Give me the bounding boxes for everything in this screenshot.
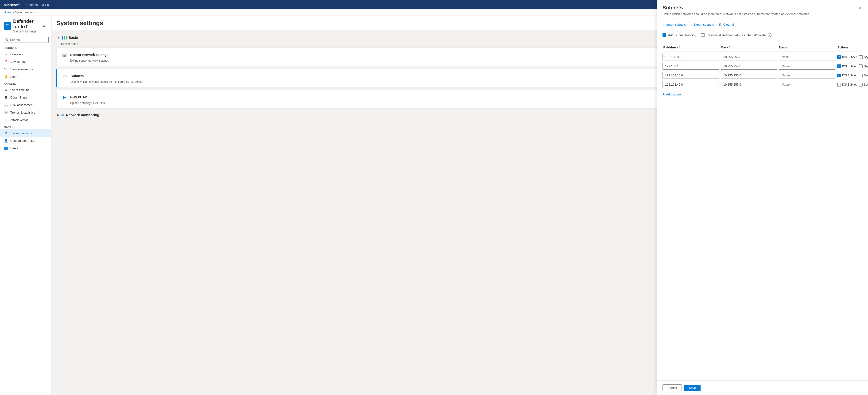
subnet-1-ip-input[interactable] [662, 63, 719, 69]
subnet-2-mask-input[interactable] [721, 72, 777, 79]
main-layout: 🛡 Defender for IoT System settings «» 🔍 … [0, 16, 868, 395]
sidebar-item-overview[interactable]: ○ Overview [0, 50, 52, 58]
section-chevron-icon: ▼ [57, 36, 60, 39]
subnet-3-ip-input[interactable] [662, 81, 719, 88]
subnet-2-name-input[interactable] [779, 72, 835, 79]
subnet-0-ics-label[interactable]: ✓ ICS Subnet [837, 55, 857, 59]
resolve-internet-option[interactable]: Resolve all Internet traffic as internal… [701, 33, 772, 37]
subnet-2-segregated-checkbox[interactable] [859, 74, 863, 77]
subnet-3-name-input[interactable] [779, 81, 835, 88]
data-mining-icon: ⊞ [4, 95, 8, 100]
network-monitoring-icon: ⊞ [61, 113, 64, 117]
subnet-3-segregated-checkbox[interactable] [859, 83, 863, 87]
sidebar-item-users-label: Users [10, 146, 18, 150]
subnet-1-mask-input[interactable] [721, 63, 777, 69]
subnet-0-segregated-checkbox[interactable] [859, 55, 863, 59]
subnet-3-mask-input[interactable] [721, 81, 777, 88]
sidebar-item-event-timeline[interactable]: ≡ Event timeline [0, 86, 52, 93]
subnet-0-ip-input[interactable] [662, 54, 719, 60]
subnets-icon: </> [62, 73, 68, 79]
search-input[interactable] [10, 38, 46, 41]
sidebar-item-trends-statistics[interactable]: 📈 Trends & statistics [0, 109, 52, 116]
subnet-2-ics-text: ICS Subnet [842, 74, 857, 77]
subnet-1-segregated-checkbox[interactable] [859, 64, 863, 68]
sidebar-section-analyze: Analyze [0, 80, 52, 86]
sidebar-item-system-settings-label: System settings [10, 132, 32, 135]
search-icon: 🔍 [5, 38, 9, 41]
system-settings-icon: ⚙ [4, 131, 8, 135]
app-title-block: Defender for IoT System settings [13, 19, 38, 33]
import-subnets-button[interactable]: ↑ Import subnets [662, 22, 686, 27]
subnet-3-ics-checkbox[interactable] [837, 83, 841, 87]
save-button[interactable]: Save [684, 385, 701, 391]
sidebar-item-alerts[interactable]: 🔔 Alerts [0, 73, 52, 80]
sidebar-item-attack-vector[interactable]: ⊟ Attack vector [0, 116, 52, 124]
section-bar-1 [62, 36, 63, 39]
table-header: IP Address* Mask* Name Actions [662, 44, 862, 52]
sidebar-collapse-button[interactable]: «» [40, 22, 48, 30]
auto-subnet-option[interactable]: ✓ Auto subnet learning [662, 33, 696, 37]
sidebar-item-data-mining[interactable]: ⊞ Data mining [0, 93, 52, 101]
alerts-icon: 🔔 [4, 75, 8, 79]
subnet-0-actions: ✓ ICS Subnet Segregated 🗑 [837, 55, 868, 60]
subnet-0-ics-checkbox[interactable]: ✓ [837, 55, 841, 59]
network-monitoring-chevron-icon: ▶ [57, 113, 59, 117]
subnet-0-segregated-label[interactable]: Segregated [859, 55, 868, 59]
subnet-2-segregated-text: Segregated [864, 74, 868, 77]
network-monitoring-label: Network monitoring [66, 113, 99, 117]
auto-subnet-checkbox[interactable]: ✓ [662, 33, 666, 37]
subnet-1-ics-label[interactable]: ✓ ICS Subnet [837, 64, 857, 68]
subnet-3-ics-text: ICS Subnet [842, 83, 857, 86]
cancel-button[interactable]: Cancel [662, 385, 682, 391]
add-subnet-button[interactable]: + Add subnet [662, 90, 682, 98]
subnet-3-actions: ICS Subnet Segregated 🗑 [837, 82, 868, 87]
resolve-internet-checkbox[interactable] [701, 33, 705, 37]
subnet-row: ✓ ICS Subnet Segregated 🗑 [662, 72, 862, 79]
subnet-0-name-input[interactable] [779, 54, 835, 60]
info-icon: i [768, 33, 772, 37]
col-mask: Mask* [721, 46, 777, 49]
subnet-0-mask-input[interactable] [721, 54, 777, 60]
subnet-3-segregated-text: Segregated [864, 83, 868, 86]
subnet-1-segregated-label[interactable]: Segregated [859, 64, 868, 68]
breadcrumb-home[interactable]: Home [4, 11, 11, 14]
sidebar-item-device-inventory[interactable]: 🛡 Device inventory [0, 65, 52, 73]
panel-body: IP Address* Mask* Name Actions ✓ ICS Sub… [657, 40, 868, 380]
add-subnet-plus-icon: + [662, 92, 664, 96]
brand-name: Microsoft [4, 3, 20, 7]
subnet-2-ics-label[interactable]: ✓ ICS Subnet [837, 74, 857, 77]
subnet-2-segregated-label[interactable]: Segregated [859, 74, 868, 77]
clear-all-button[interactable]: 🗑 Clear all [719, 22, 735, 27]
sidebar-item-custom-alert-rules[interactable]: 👤 Custom alert rules [0, 137, 52, 144]
sidebar-item-device-map[interactable]: 📍 Device map [0, 58, 52, 65]
subnet-1-segregated-text: Segregated [864, 65, 868, 68]
subnet-3-ics-label[interactable]: ICS Subnet [837, 83, 857, 87]
section-bar-2 [64, 36, 65, 39]
section-bar-3 [66, 36, 67, 39]
export-subnets-button[interactable]: ↓ Export subnets [690, 22, 714, 27]
subnet-2-actions: ✓ ICS Subnet Segregated 🗑 [837, 73, 868, 78]
panel-toolbar: ↑ Import subnets ↓ Export subnets 🗑 Clea… [657, 19, 868, 30]
import-subnets-label: Import subnets [665, 23, 686, 26]
export-subnets-label: Export subnets [693, 23, 714, 26]
attack-vector-icon: ⊟ [4, 118, 8, 122]
col-name: Name [779, 46, 835, 49]
trends-statistics-icon: 📈 [4, 110, 8, 114]
subnet-1-ics-checkbox[interactable]: ✓ [837, 64, 841, 68]
subnet-2-ics-checkbox[interactable]: ✓ [837, 74, 841, 77]
sidebar-item-risk-assessment-label: Risk assessment [10, 103, 33, 107]
sidebar-item-overview-label: Overview [10, 52, 23, 56]
sidebar-item-users[interactable]: 👥 Users [0, 144, 52, 152]
subnet-1-ics-text: ICS Subnet [842, 65, 857, 68]
users-icon: 👥 [4, 146, 8, 150]
panel-options: ✓ Auto subnet learning Resolve all Inter… [657, 30, 868, 40]
subnet-3-segregated-label[interactable]: Segregated [859, 83, 868, 87]
subnet-1-name-input[interactable] [779, 63, 835, 69]
sidebar-item-system-settings[interactable]: ⚙ System settings [0, 129, 52, 137]
panel-footer: Cancel Save [657, 380, 868, 395]
subnet-0-ics-text: ICS Subnet [842, 55, 857, 59]
device-map-icon: 📍 [4, 59, 8, 64]
subnet-2-ip-input[interactable] [662, 72, 719, 79]
sidebar-item-risk-assessment[interactable]: 📊 Risk assessment [0, 101, 52, 109]
sensor-network-card-title: Sensor network settings [70, 53, 108, 57]
